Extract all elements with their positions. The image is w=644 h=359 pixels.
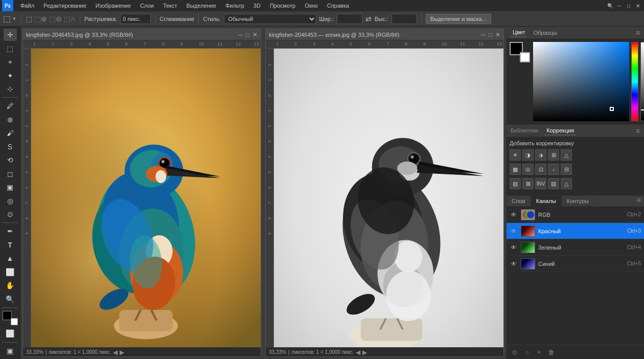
libraries-tab[interactable]: Библиотеки (511, 128, 538, 133)
history-brush-tool[interactable]: ⟲ (4, 154, 17, 166)
channel-row-red[interactable]: 👁 Красный Ctrl+3 (507, 223, 644, 239)
pen-tool[interactable]: ✒ (4, 225, 17, 237)
doc1-canvas[interactable] (31, 49, 261, 347)
swap-dimensions-icon[interactable]: ⇄ (365, 15, 372, 23)
path-selection-tool[interactable]: ▲ (4, 252, 17, 264)
rectangle-tool[interactable]: ⬜ (4, 266, 17, 278)
move-tool[interactable]: ✛ (4, 29, 17, 41)
tab-swatches[interactable]: Образцы (532, 29, 559, 37)
tab-layers[interactable]: Слои (507, 196, 531, 206)
gradient-tool[interactable]: ▣ (4, 181, 17, 193)
channel-thumb-rgb (521, 209, 535, 220)
channel-row-blue[interactable]: 👁 Синий Ctrl+5 (507, 256, 644, 272)
blur-tool[interactable]: ◎ (4, 194, 17, 207)
eraser-tool[interactable]: ◻ (4, 167, 17, 180)
spot-healing-tool[interactable]: ⊕ (4, 114, 17, 126)
corr-exposure-icon[interactable]: ⊞ (548, 149, 559, 161)
minimize-icon[interactable]: ─ (615, 2, 624, 10)
menu-help[interactable]: Справка (323, 2, 353, 10)
corr-levels-icon[interactable]: ◑ (522, 149, 534, 161)
corr-posterize-icon[interactable]: ▤ (548, 178, 559, 189)
zoom-tool[interactable]: 🔍 (4, 293, 17, 305)
menu-filter[interactable]: Фильтр (221, 2, 248, 10)
type-tool[interactable]: T (4, 239, 17, 251)
doc2-nav-left[interactable]: ◀ (356, 349, 360, 356)
color-field[interactable] (533, 42, 629, 121)
style-select[interactable]: Обычный Фиксированное соотношение Фиксир… (224, 14, 316, 24)
corr-photofilter-icon[interactable]: ⊟ (561, 164, 572, 175)
dodge-tool[interactable]: ⊙ (4, 208, 17, 220)
corr-hsl-icon[interactable]: ◎ (522, 164, 534, 175)
lasso-tool[interactable]: ⌖ (4, 56, 17, 68)
tab-channels[interactable]: Каналы (531, 196, 562, 206)
doc1-nav-left[interactable]: ◀ (113, 349, 118, 356)
menu-text[interactable]: Текст (159, 2, 181, 10)
corr-bw-icon[interactable]: ⬦ (548, 164, 559, 175)
new-selection-icon[interactable]: ⬚ ⬚⊕ ⬚⊖ ⬚∩ (26, 15, 76, 23)
channels-panel-options-icon[interactable]: ≡ (634, 196, 644, 206)
hue-slider[interactable] (631, 42, 638, 121)
doc2-minimize[interactable]: ─ (481, 31, 486, 38)
menu-file[interactable]: Файл (16, 2, 38, 10)
menu-window[interactable]: Окно (301, 2, 322, 10)
channel-visibility-rgb[interactable]: 👁 (510, 211, 518, 219)
corr-channelmix-icon[interactable]: ▤ (510, 178, 521, 189)
channel-save-selection-icon[interactable]: ○ (522, 347, 532, 357)
doc1-close[interactable]: ✕ (252, 31, 258, 38)
corr-lookup-icon[interactable]: ⊠ (522, 178, 534, 189)
marquee-options-icon: ▼ (12, 16, 17, 21)
menu-view[interactable]: Просмотр (266, 2, 300, 10)
corr-curves-icon[interactable]: ⬗ (535, 149, 546, 161)
menu-image[interactable]: Изображение (91, 2, 135, 10)
menu-edit[interactable]: Редактирование (39, 2, 90, 10)
magic-wand-tool[interactable]: ✦ (4, 69, 17, 81)
doc2-maximize[interactable]: □ (489, 31, 492, 38)
corrections-tab[interactable]: Коррекция (544, 126, 576, 136)
doc1-nav-right[interactable]: ▶ (120, 349, 124, 356)
channel-row-green[interactable]: 👁 Зеленый Ctrl+4 (507, 239, 644, 256)
menu-3d[interactable]: 3D (249, 2, 265, 10)
background-swatch[interactable] (520, 52, 530, 62)
corr-colorbalance-icon[interactable]: ⊡ (535, 164, 546, 175)
maximize-icon[interactable]: □ (625, 2, 633, 10)
clone-stamp-tool[interactable]: S (4, 141, 17, 153)
color-panel-options-icon[interactable]: ≡ (636, 29, 640, 37)
rasterize-input[interactable] (120, 14, 151, 24)
quick-mask-tool[interactable]: ⬜ (4, 327, 17, 340)
corr-threshold-icon[interactable]: △ (561, 178, 572, 189)
selection-mask-button[interactable]: Выделение и маска... (426, 14, 491, 24)
brush-tool[interactable]: 🖌 (4, 127, 17, 139)
channel-visibility-green[interactable]: 👁 (510, 243, 518, 252)
menu-select[interactable]: Выделение (182, 2, 220, 10)
opacity-slider[interactable] (640, 42, 644, 121)
channel-visibility-blue[interactable]: 👁 (510, 260, 518, 268)
search-icon[interactable]: 🔍 (606, 2, 614, 10)
menu-layers[interactable]: Слои (136, 2, 158, 10)
eyedropper-tool[interactable]: 🖉 (4, 100, 17, 112)
corr-vibrance-icon[interactable]: ▦ (510, 164, 521, 175)
channel-row-rgb[interactable]: 👁 RGB Ctrl+2 (507, 207, 644, 223)
marquee-tool[interactable]: ⬚ (4, 42, 17, 54)
close-icon[interactable]: ✕ (634, 2, 642, 10)
corr-gradmap-icon[interactable]: △ (561, 149, 572, 161)
width-input[interactable] (337, 14, 362, 24)
crop-tool[interactable]: ⊹ (4, 83, 17, 95)
doc1-minimize[interactable]: ─ (238, 31, 243, 38)
doc2-canvas[interactable] (274, 49, 503, 347)
corr-invert-icon[interactable]: INV (535, 178, 546, 189)
doc2-nav-right[interactable]: ▶ (362, 349, 367, 356)
screen-mode-tool[interactable]: ▣ (4, 344, 17, 356)
channel-delete-icon[interactable]: 🗑 (546, 347, 557, 357)
channel-new-icon[interactable]: + (534, 347, 544, 357)
doc2-close[interactable]: ✕ (495, 31, 500, 38)
background-color[interactable] (11, 318, 18, 325)
doc1-maximize[interactable]: □ (246, 31, 249, 38)
tab-paths[interactable]: Контуры (562, 196, 594, 206)
corr-brightness-icon[interactable]: ☀ (510, 149, 521, 161)
hand-tool[interactable]: ✋ (4, 279, 17, 291)
height-input[interactable] (392, 14, 417, 24)
corrections-options-icon[interactable]: ≡ (636, 127, 640, 135)
channel-load-selection-icon[interactable]: ⊙ (510, 347, 520, 357)
tab-color[interactable]: Цвет (511, 28, 527, 37)
channel-visibility-red[interactable]: 👁 (510, 227, 518, 235)
